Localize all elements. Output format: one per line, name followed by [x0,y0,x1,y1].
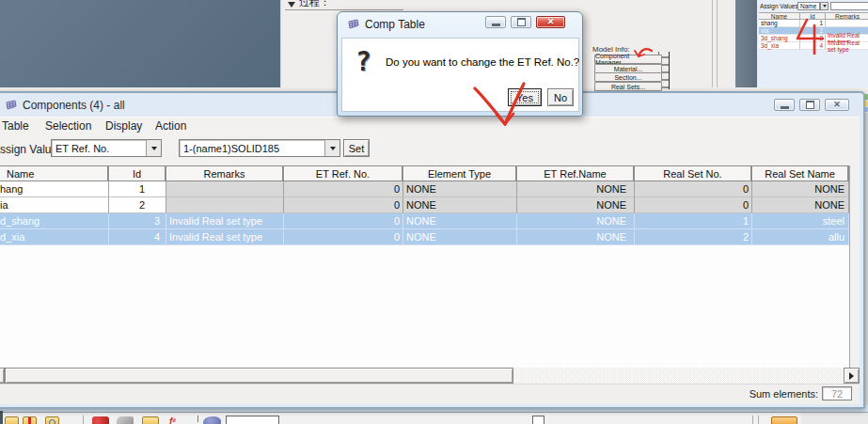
dialog-restore-button[interactable] [511,16,531,28]
col-name[interactable]: Name [0,165,109,181]
cell-et-ref-name[interactable]: NONE [517,229,635,245]
dialog-close-button[interactable]: ✕ [536,16,565,28]
cell-remarks[interactable]: Invalid Real set type [166,229,284,245]
col-id[interactable]: Id [109,165,166,181]
cell-real-set-name[interactable]: allu [752,229,849,245]
col-real-set-no[interactable]: Real Set No. [635,165,752,181]
cell-et-ref-no[interactable]: 0 [284,229,403,245]
gray-tool-icon[interactable] [117,416,134,424]
cell-name[interactable]: ia [0,197,109,213]
dialog-minimize-button[interactable] [485,16,506,28]
mini-combo-arrow-icon[interactable] [820,2,829,10]
cell-real-set-name[interactable]: NONE [752,197,849,213]
cell-remarks[interactable] [166,181,284,197]
menu-table[interactable]: Table [2,119,29,133]
red-shapes-icon[interactable] [92,416,109,424]
mini-cell[interactable]: shang [759,20,800,27]
menu-selection[interactable]: Selection [45,119,91,133]
cell-element-type[interactable]: NONE [403,181,517,197]
combo-arrow-icon[interactable] [324,140,339,156]
combo-arrow-icon[interactable] [146,140,161,156]
minimize-button[interactable] [774,99,795,111]
components-window-icon [5,99,17,111]
mini-cell[interactable]: 3d_shang [759,35,800,42]
cell-remarks[interactable]: Invalid Real set type [166,213,284,229]
cell-real-set-name[interactable]: steel [752,213,849,229]
yes-button[interactable]: Yes [508,88,542,106]
cell-et-ref-name[interactable]: NONE [517,181,635,197]
cell-real-set-name[interactable]: NONE [752,181,849,197]
scroll-right-button[interactable] [844,368,860,384]
col-remarks[interactable]: Remarks [166,165,284,181]
cell-element-type[interactable]: NONE [403,213,517,229]
component-manager-button[interactable]: Component Manager... [594,55,662,64]
cell-et-ref-no[interactable]: 0 [284,197,403,213]
folder-search-icon[interactable] [45,416,59,424]
mini-cell[interactable]: 3 [800,35,826,42]
cell-real-set-no[interactable]: 0 [635,181,752,197]
cell-name[interactable]: d_xia [0,229,109,245]
toolbar-separator [197,416,198,422]
orange-folder-icon[interactable] [771,416,797,424]
col-element-type[interactable]: Element Type [403,165,517,181]
folder-open-icon[interactable] [5,416,19,424]
cell-element-type[interactable]: NONE [403,197,517,213]
mini-cell[interactable]: 3d_xia [759,42,800,50]
mini-cell[interactable]: xia [759,27,800,35]
toolbar-input-fragment[interactable] [226,416,279,424]
vertical-scrollbar[interactable] [849,165,860,368]
close-button[interactable]: ✕ [825,99,849,111]
mini-cell[interactable]: 4 [800,42,826,50]
col-real-set-name[interactable]: Real Set Name [752,165,849,181]
cell-et-ref-name[interactable]: NONE [517,213,635,229]
horizontal-scrollbar[interactable] [0,368,860,384]
assign-value-combo[interactable]: 1-(name1)SOLID185 [179,139,340,157]
restore-icon [517,18,526,26]
no-button[interactable]: No [547,88,574,106]
folder-tool-icon[interactable] [142,416,159,424]
mini-cell[interactable]: 2 [800,27,826,35]
assign-field-combo[interactable]: ET Ref. No. [51,139,162,157]
folder-import-icon[interactable] [23,416,37,424]
panel-splitter[interactable] [712,0,713,87]
cell-id[interactable]: 2 [109,197,166,213]
cell-element-type[interactable]: NONE [403,229,517,245]
col-et-ref-name[interactable]: ET Ref.Name [517,165,635,181]
cell-real-set-no[interactable]: 1 [635,213,752,229]
f2-function-icon[interactable]: f² [169,416,176,424]
scroll-thumb[interactable] [5,368,513,384]
mini-cell[interactable]: 1 [800,20,826,27]
menu-display[interactable]: Display [105,119,142,133]
section-triangle-icon [288,2,295,8]
cell-et-ref-no[interactable]: 0 [284,181,403,197]
mini-col-remarks[interactable]: Remarks [826,12,868,20]
cell-et-ref-name[interactable]: NONE [517,197,635,213]
restore-icon [806,101,814,109]
panel-splitter-line [717,0,718,87]
blue-part-icon[interactable] [203,416,221,424]
restore-button[interactable] [799,99,820,111]
dialog-message: Do you want to change the ET Ref. No.? [386,56,579,68]
cell-id[interactable]: 4 [109,229,166,245]
sum-elements-label: Sum elements: [750,388,818,400]
mini-cell[interactable]: Invalid Real set type [826,42,868,50]
cell-name[interactable]: d_shang [0,213,109,229]
mini-cell[interactable] [826,20,868,27]
section-button[interactable]: Section... [594,72,662,82]
col-et-ref-no[interactable]: ET Ref. No. [284,165,403,181]
set-button[interactable]: Set [343,139,370,157]
cell-name[interactable]: hang [0,181,109,197]
mini-assign-combo[interactable]: Name [797,2,820,10]
menu-action[interactable]: Action [155,119,186,133]
mini-col-id[interactable]: Id [800,12,826,20]
screen: 过程： Model Info: Component Manager... Mat… [0,0,868,424]
cell-et-ref-no[interactable]: 0 [284,213,403,229]
mini-value-combo[interactable] [830,2,868,10]
comp-table-dialog: Comp Table ✕ ? Do you want to change the… [337,11,583,117]
cell-id[interactable]: 1 [109,181,166,197]
cell-real-set-no[interactable]: 0 [635,197,752,213]
cell-remarks[interactable] [166,197,284,213]
cell-id[interactable]: 3 [109,213,166,229]
cell-real-set-no[interactable]: 2 [635,229,752,245]
mini-col-name[interactable]: Name [759,12,800,20]
